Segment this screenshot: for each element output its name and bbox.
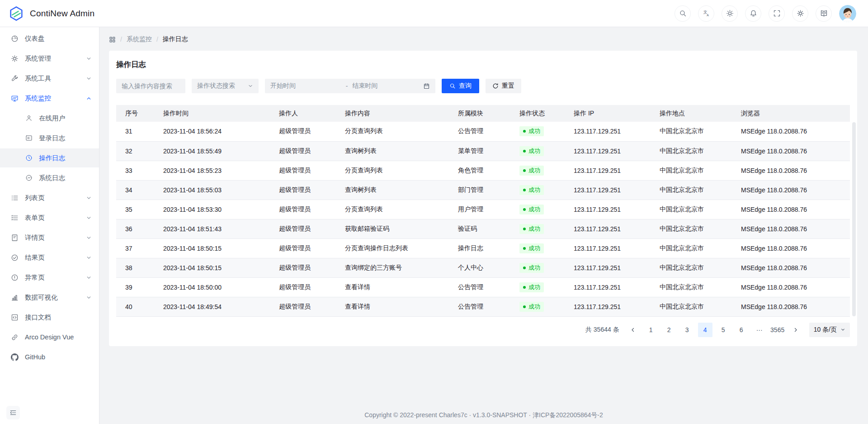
content-search-input[interactable] xyxy=(116,79,185,93)
fullscreen-button[interactable] xyxy=(769,5,785,22)
chevron-down-icon xyxy=(86,195,92,201)
cell-location: 中国北京北京市 xyxy=(651,161,732,180)
sidebar-item-result-page[interactable]: 结果页 xyxy=(0,248,99,267)
user-avatar[interactable] xyxy=(839,5,856,22)
cell-module: 菜单管理 xyxy=(449,141,510,161)
chevron-down-icon xyxy=(86,295,92,300)
detail-icon xyxy=(11,234,19,242)
cell-module: 个人中心 xyxy=(449,258,510,277)
gear-icon xyxy=(11,55,19,62)
cell-time: 2023-11-04 18:50:15 xyxy=(154,258,270,277)
sidebar-item-dashboard[interactable]: 仪表盘 xyxy=(0,29,99,48)
sidebar-item-system-monitor[interactable]: 系统监控 xyxy=(0,89,99,108)
cell-time: 2023-11-04 18:50:00 xyxy=(154,277,270,297)
cell-status: 成功 xyxy=(510,297,565,316)
sidebar: 仪表盘系统管理系统工具系统监控在线用户登录日志操作日志系统日志列表页表单页详情页… xyxy=(0,27,99,424)
cell-operator: 超级管理员 xyxy=(270,141,336,161)
cell-no: 32 xyxy=(116,141,154,161)
status-select-placeholder: 操作状态搜索 xyxy=(197,82,235,90)
table-row: 362023-11-04 18:51:43超级管理员获取邮箱验证码验证码成功12… xyxy=(116,219,850,238)
sidebar-item-online-user[interactable]: 在线用户 xyxy=(0,109,99,128)
cell-status: 成功 xyxy=(510,141,565,161)
sidebar-item-operation-log[interactable]: 操作日志 xyxy=(0,148,99,167)
chevron-down-icon xyxy=(86,215,92,221)
cell-browser: MSEdge 118.0.2088.76 xyxy=(732,258,850,277)
settings-button[interactable] xyxy=(792,5,808,22)
cell-browser: MSEdge 118.0.2088.76 xyxy=(732,122,850,141)
cell-module: 公告管理 xyxy=(449,277,510,297)
column-header-no: 序号 xyxy=(116,105,154,122)
cell-no: 31 xyxy=(116,122,154,141)
breadcrumb-item-system-monitor[interactable]: 系统监控 xyxy=(127,35,152,43)
pagination-prev-button[interactable] xyxy=(626,323,640,337)
sidebar-item-system-log[interactable]: 系统日志 xyxy=(0,168,99,187)
chevron-down-icon xyxy=(86,235,92,241)
chevron-up-icon xyxy=(86,95,92,101)
search-button[interactable] xyxy=(675,5,691,22)
cell-module: 用户管理 xyxy=(449,200,510,219)
date-range-picker[interactable]: 开始时间 - 结束时间 xyxy=(265,79,435,93)
fullscreen-icon xyxy=(773,10,781,17)
page-size-value: 10 条/页 xyxy=(814,326,837,334)
form-icon xyxy=(11,214,19,222)
sidebar-item-data-visualization[interactable]: 数据可视化 xyxy=(0,288,99,307)
sidebar-menu: 仪表盘系统管理系统工具系统监控在线用户登录日志操作日志系统日志列表页表单页详情页… xyxy=(0,29,99,367)
cell-operator: 超级管理员 xyxy=(270,180,336,200)
theme-button[interactable] xyxy=(722,5,738,22)
sidebar-item-login-log[interactable]: 登录日志 xyxy=(0,129,99,148)
pagination-ellipsis[interactable]: ··· xyxy=(752,323,767,337)
cell-status: 成功 xyxy=(510,200,565,219)
sidebar-item-exception-page[interactable]: 异常页 xyxy=(0,268,99,287)
status-badge: 成功 xyxy=(519,205,544,214)
breadcrumb-separator: / xyxy=(156,36,158,43)
pagination-page-2[interactable]: 2 xyxy=(662,323,676,337)
table-row: 322023-11-04 18:55:49超级管理员查询树列表菜单管理成功123… xyxy=(116,141,850,161)
status-select[interactable]: 操作状态搜索 xyxy=(192,79,259,93)
pagination-page-3565[interactable]: 3565 xyxy=(770,323,785,337)
cell-operator: 超级管理员 xyxy=(270,258,336,277)
apps-icon[interactable] xyxy=(109,36,116,43)
pagination-page-1[interactable]: 1 xyxy=(644,323,658,337)
sidebar-item-detail-page[interactable]: 详情页 xyxy=(0,228,99,247)
cell-browser: MSEdge 118.0.2088.76 xyxy=(732,180,850,200)
log-table: 序号操作时间操作人操作内容所属模块操作状态操作 IP操作地点浏览器 312023… xyxy=(116,105,850,317)
cell-operator: 超级管理员 xyxy=(270,238,336,258)
chevron-down-icon xyxy=(248,83,253,89)
cell-time: 2023-11-04 18:56:24 xyxy=(154,122,270,141)
column-header-location: 操作地点 xyxy=(651,105,732,122)
cell-status: 成功 xyxy=(510,161,565,180)
translate-button[interactable]: 文A xyxy=(698,5,714,22)
sidebar-item-form-page[interactable]: 表单页 xyxy=(0,208,99,227)
column-header-operator: 操作人 xyxy=(270,105,336,122)
status-badge: 成功 xyxy=(519,263,544,273)
sidebar-item-system-tools[interactable]: 系统工具 xyxy=(0,69,99,88)
page-size-select[interactable]: 10 条/页 xyxy=(809,323,850,337)
range-separator: - xyxy=(346,82,348,90)
pagination-page-4[interactable]: 4 xyxy=(698,323,712,337)
sidebar-item-github[interactable]: GitHub xyxy=(0,348,99,367)
pagination-next-button[interactable] xyxy=(788,323,803,337)
log-table-body: 312023-11-04 18:56:24超级管理员分页查询列表公告管理成功12… xyxy=(116,122,850,316)
table-row: 312023-11-04 18:56:24超级管理员分页查询列表公告管理成功12… xyxy=(116,122,850,141)
sidebar-item-api-docs[interactable]: 接口文档 xyxy=(0,308,99,327)
sidebar-item-arco-design-vue[interactable]: Arco Design Vue xyxy=(0,328,99,347)
pagination-page-6[interactable]: 6 xyxy=(734,323,749,337)
table-row: 372023-11-04 18:50:15超级管理员分页查询操作日志列表操作日志… xyxy=(116,238,850,258)
reset-button[interactable]: 重置 xyxy=(486,79,521,93)
cell-status: 成功 xyxy=(510,219,565,238)
sidebar-item-list-page[interactable]: 列表页 xyxy=(0,188,99,207)
sidebar-item-system-management[interactable]: 系统管理 xyxy=(0,49,99,68)
operation-log-card: 操作日志 操作状态搜索 开始时间 - 结束时间 查询 重置 xyxy=(109,51,857,346)
pagination-page-5[interactable]: 5 xyxy=(716,323,731,337)
logo-area[interactable]: ContiNew Admin xyxy=(8,5,94,22)
table-scrollbar[interactable] xyxy=(852,122,856,316)
search-button[interactable]: 查询 xyxy=(442,79,479,93)
notifications-button[interactable] xyxy=(745,5,761,22)
table-header-row: 序号操作时间操作人操作内容所属模块操作状态操作 IP操作地点浏览器 xyxy=(116,105,850,122)
sidebar-collapse-button[interactable] xyxy=(6,406,20,419)
exception-icon xyxy=(11,274,19,281)
cell-module: 验证码 xyxy=(449,219,510,238)
pagination-page-3[interactable]: 3 xyxy=(680,323,694,337)
cell-content: 查看详情 xyxy=(336,297,449,316)
docs-button[interactable] xyxy=(816,5,832,22)
